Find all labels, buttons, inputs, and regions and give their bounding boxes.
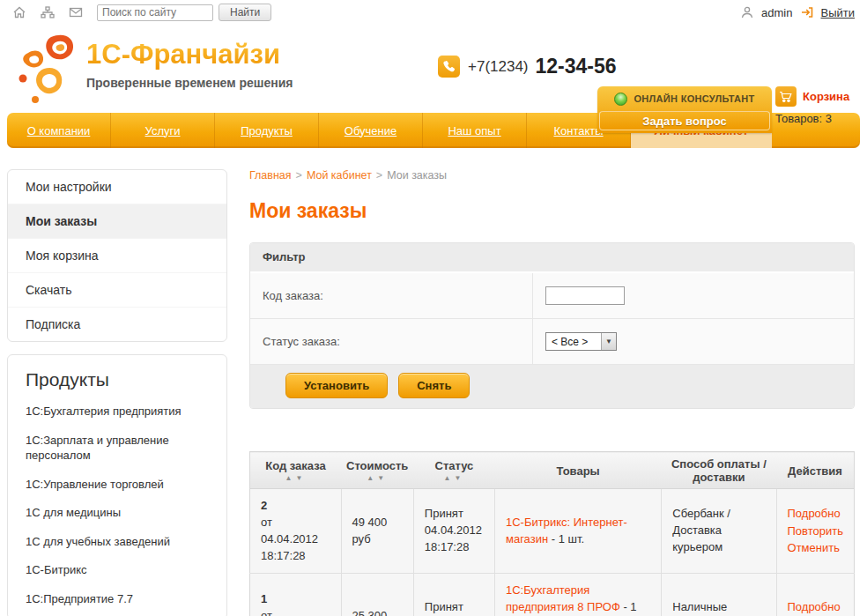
search-button[interactable]: Найти xyxy=(219,4,271,21)
site-tagline: Проверенные временем решения xyxy=(86,76,293,90)
sidebar-item-basket[interactable]: Моя корзина xyxy=(8,239,226,273)
product-link-enterprise77[interactable]: 1С:Предприятие 7.7 xyxy=(26,591,209,607)
user-area: admin Выйти xyxy=(740,5,855,19)
sidebar-item-settings[interactable]: Мои настройки xyxy=(8,170,226,204)
sort-price-icon[interactable]: ▲▼ xyxy=(346,474,408,482)
order-status-label: Статус заказа: xyxy=(250,326,532,357)
product-link-accounting[interactable]: 1С:Бухгалтерия предприятия xyxy=(26,404,209,419)
search-input[interactable] xyxy=(97,4,213,21)
orders-table-header-row: Код заказа ▲▼ Стоимость ▲▼ Статус ▲▼ Тов… xyxy=(250,452,855,489)
phone-code: +7(1234) xyxy=(468,58,529,76)
consultant-title: ОНЛАЙН КОНСУЛЬТАНТ xyxy=(634,93,754,104)
ask-question-button[interactable]: Задать вопрос xyxy=(599,111,770,130)
logo[interactable]: 1С-Франчайзи Проверенные временем решени… xyxy=(12,30,293,106)
products-menu: Продукты 1С:Бухгалтерия предприятия 1С:З… xyxy=(7,354,227,616)
product-link-salary[interactable]: 1С:Зарплата и управление персоналом xyxy=(26,433,209,464)
order-status-value: < Все > xyxy=(546,333,601,350)
order-price-cell: 25 300 руб xyxy=(341,574,413,616)
order-repeat-link[interactable]: Повторить xyxy=(788,523,843,540)
filter-row-code: Код заказа: xyxy=(250,273,854,319)
content: Главная>Мой кабинет>Мои заказы Мои заказ… xyxy=(249,169,855,616)
mail-icon[interactable] xyxy=(69,5,83,19)
user-icon xyxy=(740,5,754,19)
col-header-items: Товары xyxy=(494,452,661,489)
select-arrow-icon: ▼ xyxy=(601,333,616,350)
online-consultant-widget: ОНЛАЙН КОНСУЛЬТАНТ Задать вопрос xyxy=(597,86,772,133)
order-details-link[interactable]: Подробно xyxy=(788,598,843,616)
breadcrumb-current: Мои заказы xyxy=(387,169,447,182)
order-items-cell: 1С:Бухгалтерия предприятия 8 ПРОФ - 1 шт… xyxy=(494,574,661,616)
order-code-input[interactable] xyxy=(545,286,625,305)
breadcrumb-cabinet[interactable]: Мой кабинет xyxy=(307,169,372,182)
product-link-trade[interactable]: 1С:Управление торговлей xyxy=(26,477,209,493)
nav-item-services[interactable]: Услуги xyxy=(111,113,215,148)
sidebar-item-subscription[interactable]: Подписка xyxy=(8,308,226,341)
order-row: 2 от 04.04.2012 18:17:28 49 400 руб Прин… xyxy=(250,489,855,574)
order-status-cell: Принят 04.04.2012 18:15:02 xyxy=(413,574,494,616)
consultant-status-row: ОНЛАЙН КОНСУЛЬТАНТ xyxy=(597,86,772,111)
col-header-payment: Способ оплаты / доставки xyxy=(662,452,776,489)
order-cancel-link[interactable]: Отменить xyxy=(788,539,843,557)
breadcrumb-home[interactable]: Главная xyxy=(249,169,292,182)
sidebar-item-download[interactable]: Скачать xyxy=(8,273,226,308)
nav-item-experience[interactable]: Наш опыт xyxy=(423,113,527,148)
order-details-link[interactable]: Подробно xyxy=(788,505,843,523)
sort-status-icon[interactable]: ▲▼ xyxy=(419,474,489,482)
online-status-icon xyxy=(614,93,627,106)
main-area: Мои настройки Мои заказы Моя корзина Ска… xyxy=(0,148,867,616)
phone-number: 12-34-56 xyxy=(536,55,617,78)
nav-item-products[interactable]: Продукты xyxy=(215,113,319,148)
order-status-cell: Принят 04.04.2012 18:17:28 xyxy=(413,489,494,574)
phone-icon xyxy=(438,56,460,78)
order-price-cell: 49 400 руб xyxy=(341,489,413,574)
products-heading: Продукты xyxy=(26,369,209,390)
phone-block: +7(1234) 12-34-56 xyxy=(438,55,617,78)
breadcrumb-separator: > xyxy=(296,169,302,182)
sidebar: Мои настройки Мои заказы Моя корзина Ска… xyxy=(7,169,227,616)
cart-link[interactable]: Корзина xyxy=(803,90,849,103)
breadcrumb-separator: > xyxy=(376,169,382,182)
filter-box: Фильтр Код заказа: Статус заказа: < Все … xyxy=(249,242,855,409)
account-menu: Мои настройки Мои заказы Моя корзина Ска… xyxy=(7,169,227,342)
username: admin xyxy=(761,6,792,19)
col-header-status: Статус ▲▼ xyxy=(413,452,494,489)
filter-apply-button[interactable]: Установить xyxy=(285,373,388,398)
order-row: 1 от 04.04.2012 18:15:02 25 300 руб Прин… xyxy=(250,574,855,616)
order-code-cell: 2 от 04.04.2012 18:17:28 xyxy=(250,489,342,574)
logo-mark-icon xyxy=(12,30,83,106)
sidebar-item-orders[interactable]: Мои заказы xyxy=(8,204,226,239)
order-actions-cell: Подробно Повторить Отменить xyxy=(776,489,854,574)
cart-count: Товаров: 3 xyxy=(775,112,849,125)
order-payment-cell: Наличные курьеру / Самовывоз xyxy=(662,574,776,616)
product-link-medicine[interactable]: 1С для медицины xyxy=(26,505,209,521)
col-header-price: Стоимость ▲▼ xyxy=(341,452,413,489)
col-header-code: Код заказа ▲▼ xyxy=(250,452,342,489)
logout-link[interactable]: Выйти xyxy=(821,6,856,19)
cart-icon[interactable] xyxy=(775,86,797,107)
filter-reset-button[interactable]: Снять xyxy=(398,373,470,398)
nav-item-training[interactable]: Обучение xyxy=(319,113,423,148)
cart-block: Корзина Товаров: 3 xyxy=(775,86,849,125)
order-status-select[interactable]: < Все > ▼ xyxy=(545,332,617,351)
order-payment-cell: Сбербанк / Доставка курьером xyxy=(662,489,776,574)
sort-code-icon[interactable]: ▲▼ xyxy=(256,474,336,482)
product-link-education[interactable]: 1С для учебных заведений xyxy=(26,534,209,550)
orders-table: Код заказа ▲▼ Стоимость ▲▼ Статус ▲▼ Тов… xyxy=(249,451,855,616)
order-product-link[interactable]: 1С:Бухгалтерия предприятия 8 ПРОФ xyxy=(506,583,620,613)
site-header: 1С-Франчайзи Проверенные временем решени… xyxy=(0,25,867,113)
product-link-bitrix[interactable]: 1С-Битрикс xyxy=(26,562,209,578)
order-items-cell: 1С-Битрикс: Интернет-магазин - 1 шт. xyxy=(494,489,661,574)
filter-buttons: Установить Снять xyxy=(250,365,854,408)
home-icon[interactable] xyxy=(12,5,26,19)
filter-row-status: Статус заказа: < Все > ▼ xyxy=(250,319,854,365)
order-code-cell: 1 от 04.04.2012 18:15:02 xyxy=(250,574,342,616)
sitemap-icon[interactable] xyxy=(41,5,55,19)
logout-icon[interactable] xyxy=(800,5,814,19)
order-actions-cell: Подробно Повторить Отменить xyxy=(776,574,854,616)
top-utility-bar: Найти admin Выйти xyxy=(0,0,867,25)
nav-item-company[interactable]: О компании xyxy=(7,113,111,148)
order-code-label: Код заказа: xyxy=(250,280,532,311)
col-header-actions: Действия xyxy=(776,452,854,489)
logo-text: 1С-Франчайзи Проверенные временем решени… xyxy=(86,30,293,106)
filter-title: Фильтр xyxy=(250,243,854,273)
